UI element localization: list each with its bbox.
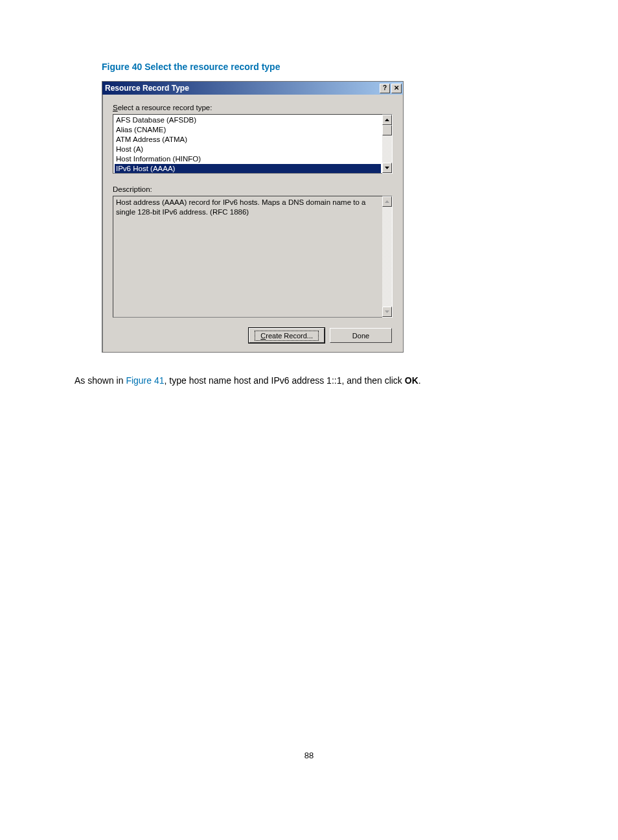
description-scrollbar [382,196,393,318]
list-item[interactable]: ATM Address (ATMA) [115,135,381,145]
list-item[interactable]: Alias (CNAME) [115,125,381,135]
select-record-type-label: Select a resource record type: [113,104,393,111]
close-icon: ✕ [394,85,399,91]
scrollbar-thumb[interactable] [382,125,392,135]
figure-41-link[interactable]: Figure 41 [126,375,164,386]
close-button[interactable]: ✕ [391,84,402,93]
create-record-label: reate Record... [266,332,313,340]
resource-record-type-dialog: Resource Record Type ? ✕ Select a resour… [102,81,404,353]
instruction-text: As shown in Figure 41, type host name ho… [74,375,544,388]
scroll-down-button [382,307,392,317]
listbox-scrollbar[interactable] [382,114,393,174]
scroll-up-button[interactable] [382,115,392,125]
description-textbox: Host address (AAAA) record for IPv6 host… [113,196,382,318]
description-label: Description: [113,185,393,193]
record-type-listbox[interactable]: AFS Database (AFSDB) Alias (CNAME) ATM A… [113,114,382,174]
ok-text: OK [405,375,418,386]
scrollbar-track [382,207,392,307]
text-pre: As shown in [74,375,126,386]
list-item[interactable]: AFS Database (AFSDB) [115,115,381,125]
dialog-title: Resource Record Type [105,84,378,93]
figure-caption: Figure 40 Select the resource record typ… [102,62,544,72]
done-button[interactable]: Done [330,328,392,343]
list-item[interactable]: Host (A) [115,145,381,154]
scroll-down-button[interactable] [382,163,392,173]
accesskey-s: S [113,104,118,111]
text-post: . [418,375,421,386]
page-number: 88 [74,751,544,760]
chevron-down-icon [385,167,389,169]
text-mid: , type host name host and IPv6 address 1… [165,375,405,386]
create-record-button[interactable]: Create Record... [249,328,325,343]
chevron-down-icon [385,310,389,313]
help-icon: ? [383,85,387,91]
list-item-selected[interactable]: IPv6 Host (AAAA) [115,164,381,174]
done-label: Done [352,332,369,340]
select-label-text: elect a resource record type: [118,104,212,111]
scroll-up-button [382,196,392,207]
chevron-up-icon [385,200,389,203]
list-item[interactable]: Host Information (HINFO) [115,154,381,164]
help-button[interactable]: ? [380,84,390,93]
scrollbar-track[interactable] [382,135,392,163]
dialog-titlebar: Resource Record Type ? ✕ [102,82,403,95]
chevron-up-icon [385,119,389,121]
